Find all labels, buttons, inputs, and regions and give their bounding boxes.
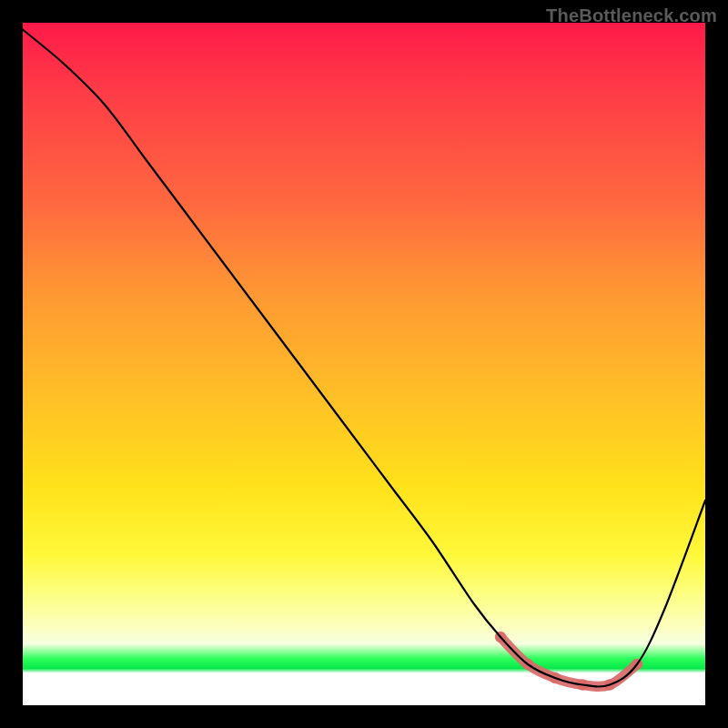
- optimal-zone-line: [500, 637, 637, 687]
- chart-frame: TheBottleneck.com: [0, 0, 728, 728]
- chart-svg: [23, 23, 705, 705]
- bottleneck-curve-line: [23, 30, 705, 687]
- plot-area: [23, 23, 705, 705]
- watermark-text: TheBottleneck.com: [546, 5, 717, 26]
